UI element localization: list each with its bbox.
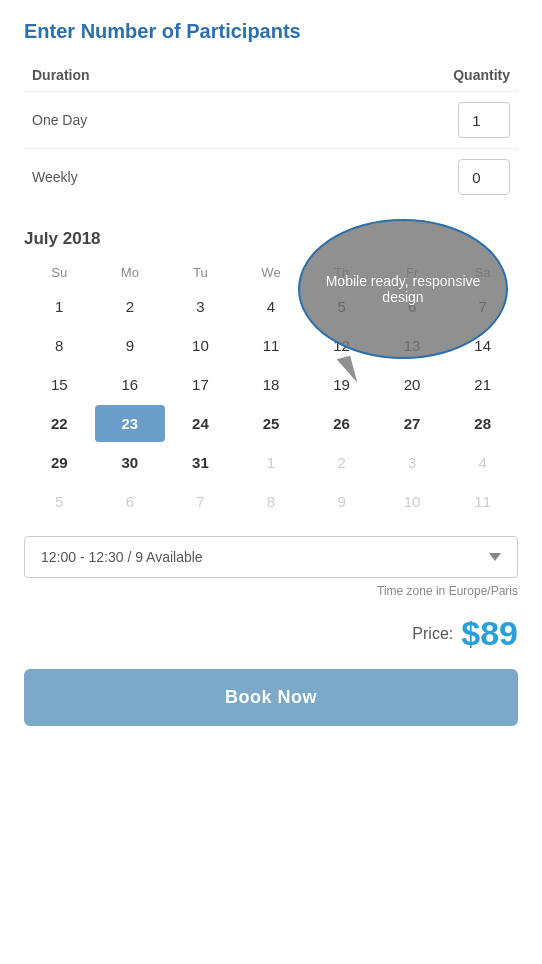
day-aug-9[interactable]: 9 [306, 483, 377, 520]
day-26[interactable]: 26 [306, 405, 377, 442]
day-9[interactable]: 9 [95, 327, 166, 364]
day-aug-2[interactable]: 2 [306, 444, 377, 481]
table-header-row: Duration Quantity [24, 67, 518, 91]
day-header-mo: Mo [95, 261, 166, 284]
day-aug-10[interactable]: 10 [377, 483, 448, 520]
timeslot-value: 12:00 - 12:30 / 9 Available [41, 549, 203, 565]
day-8[interactable]: 8 [24, 327, 95, 364]
weekly-row: Weekly [24, 148, 518, 205]
day-31[interactable]: 31 [165, 444, 236, 481]
price-label: Price: [412, 625, 453, 643]
quantity-header: Quantity [453, 67, 510, 83]
day-4[interactable]: 4 [236, 288, 307, 325]
day-3[interactable]: 3 [165, 288, 236, 325]
day-27[interactable]: 27 [377, 405, 448, 442]
day-aug-7[interactable]: 7 [165, 483, 236, 520]
day-10[interactable]: 10 [165, 327, 236, 364]
tooltip-text: Mobile ready, responsive design [316, 273, 490, 305]
page-title: Enter Number of Participants [24, 20, 518, 43]
one-day-qty-input[interactable] [458, 102, 510, 138]
weekly-label: Weekly [32, 169, 78, 185]
day-aug-5[interactable]: 5 [24, 483, 95, 520]
day-17[interactable]: 17 [165, 366, 236, 403]
day-aug-3[interactable]: 3 [377, 444, 448, 481]
day-30[interactable]: 30 [95, 444, 166, 481]
tooltip-bubble: Mobile ready, responsive design [298, 219, 508, 359]
day-header-we: We [236, 261, 307, 284]
day-29[interactable]: 29 [24, 444, 95, 481]
day-21[interactable]: 21 [447, 366, 518, 403]
day-aug-6[interactable]: 6 [95, 483, 166, 520]
day-aug-4[interactable]: 4 [447, 444, 518, 481]
duration-header: Duration [32, 67, 90, 83]
day-11[interactable]: 11 [236, 327, 307, 364]
week-row-4: 22 23 24 25 26 27 28 [24, 405, 518, 442]
one-day-label: One Day [32, 112, 87, 128]
day-25[interactable]: 25 [236, 405, 307, 442]
week-row-3: 15 16 17 18 19 20 21 [24, 366, 518, 403]
day-2[interactable]: 2 [95, 288, 166, 325]
participants-table: Duration Quantity One Day Weekly [24, 67, 518, 205]
one-day-row: One Day [24, 91, 518, 148]
price-value: $89 [461, 614, 518, 653]
day-aug-1[interactable]: 1 [236, 444, 307, 481]
day-23[interactable]: 23 [95, 405, 166, 442]
day-header-su: Su [24, 261, 95, 284]
day-aug-8[interactable]: 8 [236, 483, 307, 520]
day-1[interactable]: 1 [24, 288, 95, 325]
day-header-tu: Tu [165, 261, 236, 284]
week-row-6: 5 6 7 8 9 10 11 [24, 483, 518, 520]
price-row: Price: $89 [24, 614, 518, 653]
day-22[interactable]: 22 [24, 405, 95, 442]
book-now-button[interactable]: Book Now [24, 669, 518, 726]
timeslot-dropdown[interactable]: 12:00 - 12:30 / 9 Available [24, 536, 518, 578]
day-28[interactable]: 28 [447, 405, 518, 442]
day-18[interactable]: 18 [236, 366, 307, 403]
timezone-note: Time zone in Europe/Paris [24, 584, 518, 598]
calendar-section: July 2018 Mobile ready, responsive desig… [24, 229, 518, 520]
day-15[interactable]: 15 [24, 366, 95, 403]
day-16[interactable]: 16 [95, 366, 166, 403]
weekly-qty-input[interactable] [458, 159, 510, 195]
chevron-down-icon [489, 553, 501, 561]
day-20[interactable]: 20 [377, 366, 448, 403]
day-24[interactable]: 24 [165, 405, 236, 442]
week-row-5: 29 30 31 1 2 3 4 [24, 444, 518, 481]
day-aug-11[interactable]: 11 [447, 483, 518, 520]
